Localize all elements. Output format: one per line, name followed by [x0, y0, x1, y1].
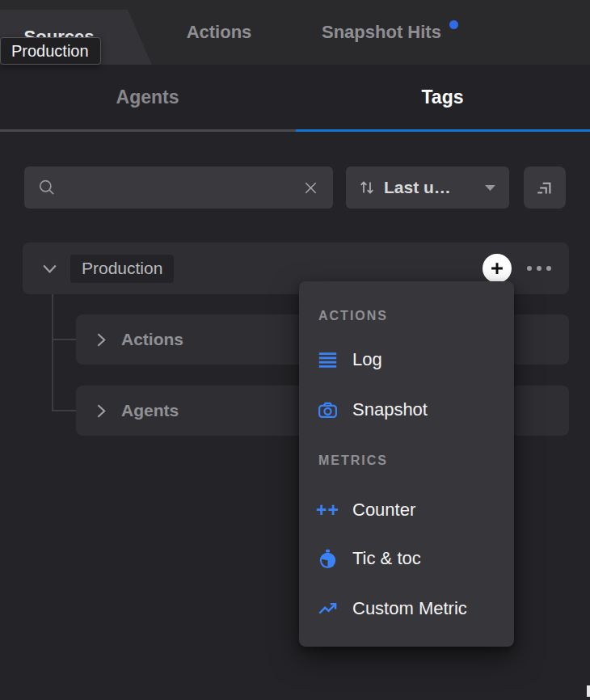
tree-row-label: Agents [121, 401, 179, 420]
tooltip: Production [0, 37, 101, 65]
sort-dropdown[interactable]: Last u… [346, 167, 509, 209]
menu-item-tic-toc[interactable]: Tic & toc [299, 533, 514, 584]
notification-dot [449, 20, 458, 29]
add-plus-button[interactable] [483, 254, 512, 283]
expand-all-icon [533, 176, 556, 199]
menu-item-log[interactable]: Log [299, 335, 514, 385]
more-ellipsis-button[interactable] [527, 266, 551, 271]
context-menu: ACTIONS Log Snapshot METRICS [299, 281, 514, 647]
menu-section-header-actions: ACTIONS [299, 297, 514, 335]
chevron-right-icon[interactable] [91, 401, 111, 421]
tab-actions-label: Actions [187, 22, 252, 43]
tab-tags[interactable]: Tags [295, 65, 590, 129]
menu-item-label: Tic & toc [352, 548, 421, 569]
trend-up-icon [317, 598, 339, 620]
menu-item-label: Snapshot [352, 399, 428, 420]
search-icon [37, 178, 57, 197]
search-box [24, 167, 333, 209]
expand-all-button[interactable] [524, 167, 566, 209]
text-cursor-artifact [587, 685, 590, 697]
tree-row-label: Actions [121, 330, 183, 349]
sort-selected-value: Last u… [384, 178, 451, 197]
log-lines-icon [317, 349, 339, 371]
sort-arrows-icon [357, 178, 377, 197]
counter-icon: ++ [317, 500, 339, 521]
tab-snapshot-hits[interactable]: Snapshot Hits [322, 0, 458, 65]
chevron-right-icon[interactable] [91, 330, 111, 350]
tab-tags-label: Tags [422, 86, 464, 108]
menu-section-header-metrics: METRICS [299, 435, 514, 487]
menu-item-custom-metric[interactable]: Custom Metric [299, 584, 514, 634]
view-tab-bar: Agents Tags [0, 65, 590, 132]
clear-x-icon[interactable] [301, 179, 320, 197]
menu-item-label: Custom Metric [352, 598, 467, 619]
tooltip-text: Production [11, 42, 89, 61]
inactive-tab-underline [0, 129, 296, 132]
tab-actions[interactable]: Actions [171, 0, 268, 65]
tab-agents-label: Agents [116, 86, 179, 108]
search-input[interactable] [65, 178, 293, 198]
stopwatch-icon [317, 548, 339, 570]
tags-panel: Sources Actions Snapshot Hits Production… [0, 0, 590, 700]
camera-icon [317, 399, 339, 421]
tree-connector-vertical [52, 294, 53, 411]
menu-item-label: Log [352, 349, 382, 370]
menu-item-counter[interactable]: ++ Counter [299, 487, 514, 533]
menu-item-snapshot[interactable]: Snapshot [299, 385, 514, 435]
plus-icon [488, 259, 506, 277]
tree-connector-agents [52, 410, 76, 411]
tab-snapshot-hits-label: Snapshot Hits [322, 22, 441, 43]
tag-label-chip: Production [70, 255, 174, 283]
tab-agents[interactable]: Agents [0, 65, 295, 129]
chevron-down-icon[interactable] [39, 258, 61, 280]
caret-down-icon [484, 184, 496, 192]
menu-item-label: Counter [352, 500, 415, 521]
tree-connector-actions [52, 339, 76, 340]
active-tab-underline [296, 129, 590, 132]
